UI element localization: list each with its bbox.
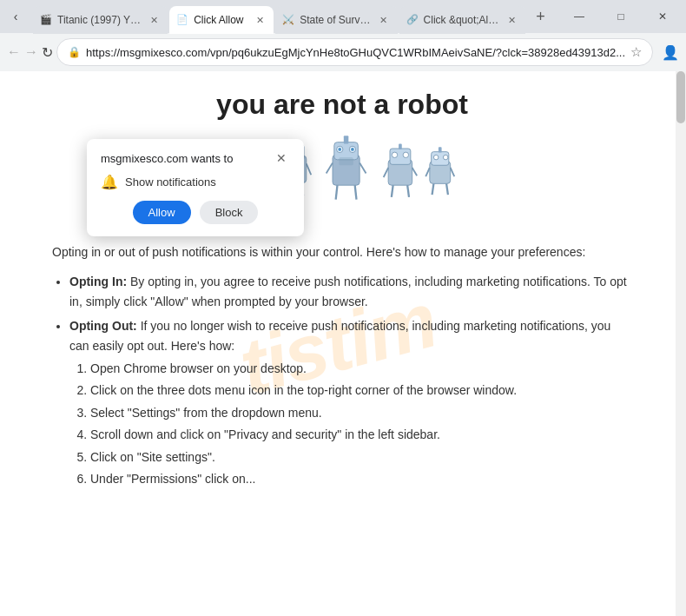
step-2: Click on the three dots menu icon in the… [90,381,632,400]
tab-click-allow2[interactable]: 🔗 Click &quot;Allow ✕ [399,6,526,34]
info-text: Opting in or out of push notifications i… [52,242,632,262]
svg-rect-26 [339,157,353,165]
popup-header: msgmixesco.com wants to ✕ [101,149,290,167]
back-button[interactable]: ← [7,38,21,66]
address-url: https://msgmixesco.com/vpn/pq6ukzuEgMjcY… [86,46,625,59]
tab-state-title: State of Survival [300,14,371,26]
opting-in-title: Opting In: [69,275,127,288]
svg-point-43 [433,155,438,160]
browser-content: tistim you are not a robot [0,71,676,616]
page-headline: you are not a robot [52,89,632,121]
new-tab-button[interactable]: + [529,4,552,29]
popup-close-button[interactable]: ✕ [273,149,290,167]
opting-out-title: Opting Out: [69,319,137,333]
tab-state-favicon: ⚔️ [282,14,294,26]
allow-button[interactable]: Allow [133,201,191,224]
svg-line-47 [432,183,434,195]
tab-click-allow2-close[interactable]: ✕ [505,13,518,27]
refresh-button[interactable]: ↻ [42,38,53,66]
tab-click-allow-favicon: 📄 [176,14,188,26]
svg-line-30 [355,185,357,200]
address-bar: ← → ↻ 🔒 https://msgmixesco.com/vpn/pq6uk… [0,33,686,71]
popup-notification-label: Show notifications [125,176,216,189]
step-6: Under "Permissions" click on... [90,469,632,488]
tab-click-allow-close[interactable]: ✕ [253,13,267,27]
svg-point-35 [403,152,408,157]
tab-titanic-close[interactable]: ✕ [147,13,161,27]
svg-line-37 [412,168,418,176]
notification-popup: msgmixesco.com wants to ✕ 🔔 Show notific… [87,139,304,236]
scrollbar-thumb[interactable] [676,71,685,123]
block-button[interactable]: Block [200,201,259,224]
svg-point-44 [443,155,447,160]
popup-title: msgmixesco.com wants to [101,152,233,165]
tab-titanic[interactable]: 🎬 Titanic (1997) YIFY ✕ [33,6,168,34]
svg-line-46 [451,168,455,176]
lock-icon: 🔒 [68,46,81,58]
tab-click-allow[interactable]: 📄 Click Allow ✕ [169,6,274,34]
tab-state-of-survival[interactable]: ⚔️ State of Survival ✕ [275,6,397,34]
bullet-item-opting-out: Opting Out: If you no longer wish to rec… [69,316,632,488]
browser-content-wrap: tistim you are not a robot [0,71,686,616]
tab-bar: ‹ 🎬 Titanic (1997) YIFY ✕ 📄 Click Allow … [0,0,686,33]
maximize-button[interactable]: □ [601,4,641,29]
tab-click-allow2-title: Click &quot;Allow [424,14,500,26]
step-4: Scroll down and click on "Privacy and se… [90,425,632,444]
prev-tab-button[interactable]: ‹ [3,4,28,29]
forward-button[interactable]: → [24,38,38,66]
browser-window: ‹ 🎬 Titanic (1997) YIFY ✕ 📄 Click Allow … [0,0,686,616]
bullet-item-opting-in: Opting In: By opting in, you agree to re… [69,272,632,311]
svg-line-39 [407,185,409,197]
opting-out-steps: Open Chrome browser on your desktop. Cli… [69,359,632,488]
svg-rect-42 [439,147,442,152]
close-button[interactable]: ✕ [643,4,683,29]
svg-rect-21 [344,136,349,143]
svg-line-36 [384,168,389,177]
tab-state-close[interactable]: ✕ [377,13,391,27]
svg-rect-33 [399,144,402,149]
tab-bar-nav: ‹ [3,4,28,29]
svg-line-38 [392,185,393,197]
svg-line-45 [425,168,430,176]
address-input-wrap[interactable]: 🔒 https://msgmixesco.com/vpn/pq6ukzuEgMj… [56,38,653,66]
opting-in-text: By opting in, you agree to receive push … [69,275,627,308]
step-1: Open Chrome browser on your desktop. [90,359,632,378]
scrollbar[interactable] [676,71,686,616]
tab-click-allow2-favicon: 🔗 [406,14,419,26]
minimize-button[interactable]: — [559,4,599,29]
svg-line-16 [307,163,312,175]
svg-line-27 [327,163,333,174]
opting-out-text: If you no longer wish to receive push no… [69,319,610,352]
address-bar-actions: 👤 ⋮ [656,38,686,66]
step-3: Select "Settings" from the dropdown menu… [90,403,632,422]
svg-point-25 [351,148,354,151]
tab-titanic-title: Titanic (1997) YIFY [57,14,142,26]
svg-line-28 [359,163,366,174]
svg-line-48 [446,183,448,195]
bell-icon: 🔔 [101,174,118,190]
svg-point-24 [338,148,341,151]
bullet-list: Opting In: By opting in, you agree to re… [52,272,632,488]
bookmark-star-icon[interactable]: ☆ [630,44,642,60]
window-controls: — □ ✕ [559,4,683,29]
tab-titanic-favicon: 🎬 [40,14,52,26]
tab-click-allow-title: Click Allow [194,14,247,26]
profile-button[interactable]: 👤 [656,38,684,66]
svg-point-34 [392,152,397,157]
popup-buttons: Allow Block [101,201,290,224]
popup-notification-row: 🔔 Show notifications [101,174,290,190]
step-5: Click on "Site settings". [90,447,632,467]
svg-line-29 [336,185,338,200]
